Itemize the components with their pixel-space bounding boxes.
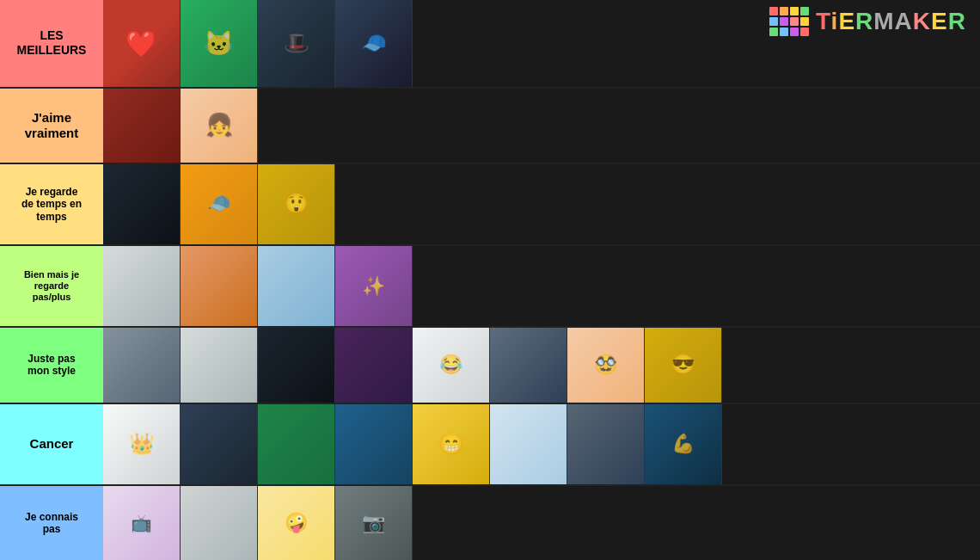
tier-item-b2[interactable]: 🧢 — [181, 164, 258, 244]
tiermaker-text: TiERMAKER — [816, 8, 966, 35]
tier-item-e7[interactable] — [567, 404, 645, 484]
tier-items-d: 😂 🥸 😎 — [103, 328, 980, 402]
tier-row-b: Je regardede temps entemps 🧢 😲 — [0, 164, 980, 246]
tier-item-d3[interactable] — [258, 328, 335, 402]
tier-row-e: Cancer 👑 😁 — [0, 404, 980, 486]
tier-item-e2[interactable] — [181, 404, 258, 484]
tier-item-d6[interactable] — [490, 328, 567, 402]
tier-label-e: Cancer — [0, 404, 103, 484]
tier-item-a1[interactable] — [103, 89, 181, 163]
tiermaker-header: TiERMAKER — [756, 0, 980, 43]
tier-row-d: Juste pasmon style 😂 — [0, 328, 980, 403]
tier-label-d: Juste pasmon style — [0, 328, 103, 402]
tier-item-a2[interactable]: 👧 — [181, 89, 258, 163]
tier-item-s1[interactable]: ❤️ — [103, 0, 181, 87]
tier-item-d5[interactable]: 😂 — [413, 328, 490, 402]
tier-item-d1[interactable] — [103, 328, 181, 402]
tier-table: LESMEILLEURS ❤️ 🐱 🎩 🧢 J'aimevraiment — [0, 0, 980, 560]
tier-items-e: 👑 😁 — [103, 404, 980, 484]
tier-item-e3[interactable] — [258, 404, 335, 484]
tier-items-c: ✨ — [103, 246, 980, 326]
tier-items-b: 🧢 😲 — [103, 164, 980, 244]
logo-grid-icon — [769, 7, 809, 36]
tier-items-a: 👧 — [103, 89, 980, 163]
tier-row-c: Bien mais jeregardepas/plus ✨ — [0, 246, 980, 328]
tier-item-d8[interactable]: 😎 — [645, 328, 722, 402]
tier-item-e5[interactable]: 😁 — [413, 404, 490, 484]
tier-label-b: Je regardede temps entemps — [0, 164, 103, 244]
tier-item-d4[interactable] — [335, 328, 413, 402]
tier-item-f4[interactable]: 📷 — [335, 486, 413, 560]
tier-row-a: J'aimevraiment 👧 — [0, 89, 980, 164]
tier-item-s3[interactable]: 🎩 — [258, 0, 335, 87]
tier-item-c2[interactable] — [181, 246, 258, 326]
tier-item-f1[interactable]: 📺 — [103, 486, 181, 560]
tier-item-d2[interactable] — [181, 328, 258, 402]
tier-item-s2[interactable]: 🐱 — [181, 0, 258, 87]
tier-item-d7[interactable]: 🥸 — [567, 328, 645, 402]
tier-item-e6[interactable] — [490, 404, 567, 484]
tier-item-e8[interactable]: 💪 — [645, 404, 722, 484]
tiermaker-logo: TiERMAKER — [769, 7, 966, 36]
tier-label-f: Je connaispas — [0, 486, 103, 560]
tier-item-b1[interactable] — [103, 164, 181, 244]
tier-items-f: 📺 🤪 📷 — [103, 486, 980, 560]
tier-label-s: LESMEILLEURS — [0, 0, 103, 87]
tier-item-c1[interactable] — [103, 246, 181, 326]
tier-label-c: Bien mais jeregardepas/plus — [0, 246, 103, 326]
tier-row-f: Je connaispas 📺 🤪 📷 — [0, 486, 980, 560]
tier-item-c4[interactable]: ✨ — [335, 246, 413, 326]
tier-item-f2[interactable] — [181, 486, 258, 560]
tier-item-e1[interactable]: 👑 — [103, 404, 181, 484]
tier-item-f3[interactable]: 🤪 — [258, 486, 335, 560]
tier-item-e4[interactable] — [335, 404, 413, 484]
tier-item-s4[interactable]: 🧢 — [335, 0, 413, 87]
tier-label-a: J'aimevraiment — [0, 89, 103, 163]
tier-item-c3[interactable] — [258, 246, 335, 326]
tier-item-b3[interactable]: 😲 — [258, 164, 335, 244]
